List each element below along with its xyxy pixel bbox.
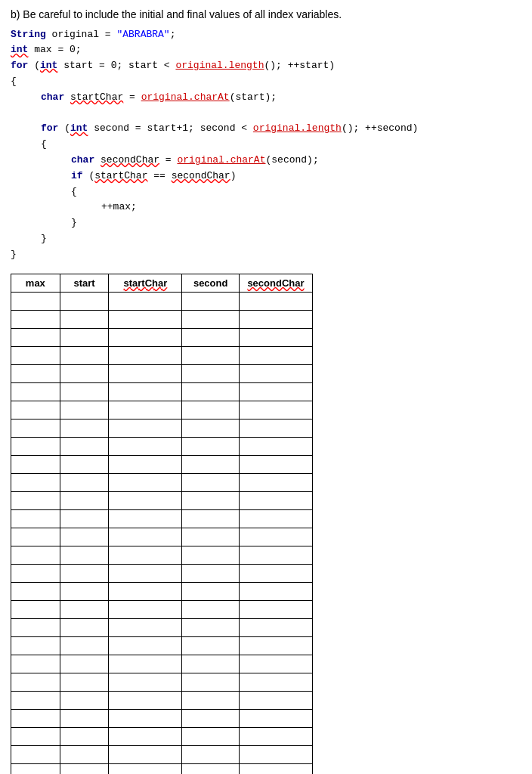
- table-cell: [11, 328, 60, 346]
- table-cell: [11, 600, 60, 618]
- table-cell: [109, 691, 182, 709]
- table-row: [11, 473, 313, 491]
- table-cell: [109, 346, 182, 364]
- code-line-11: {: [11, 184, 521, 200]
- table-row: [11, 437, 313, 455]
- table-cell: [109, 401, 182, 419]
- table-cell: [109, 582, 182, 600]
- code-line-6: [11, 106, 521, 122]
- table-cell: [11, 618, 60, 636]
- code-line-5: char startChar = original.charAt(start);: [11, 90, 521, 106]
- table-cell: [239, 310, 312, 328]
- code-line-2: int max = 0;: [11, 42, 521, 58]
- table-cell: [109, 310, 182, 328]
- table-row: [11, 727, 313, 745]
- table-row: [11, 419, 313, 437]
- table-cell: [109, 546, 182, 564]
- table-cell: [60, 364, 109, 382]
- table-cell: [11, 491, 60, 509]
- table-cell: [60, 600, 109, 618]
- table-cell: [239, 509, 312, 528]
- table-cell: [239, 763, 312, 774]
- table-cell: [182, 509, 239, 528]
- col-header-startchar: startChar: [109, 274, 182, 292]
- table-cell: [182, 618, 239, 636]
- table-cell: [239, 382, 312, 401]
- table-cell: [182, 582, 239, 600]
- table-cell: [109, 655, 182, 673]
- table-cell: [239, 419, 312, 437]
- table-cell: [182, 346, 239, 364]
- table-cell: [182, 328, 239, 346]
- table-cell: [60, 346, 109, 364]
- table-cell: [11, 564, 60, 582]
- table-cell: [109, 364, 182, 382]
- table-cell: [239, 691, 312, 709]
- table-cell: [239, 618, 312, 636]
- table-row: [11, 491, 313, 509]
- table-cell: [109, 636, 182, 655]
- table-cell: [182, 546, 239, 564]
- table-cell: [11, 473, 60, 491]
- table-cell: [109, 509, 182, 528]
- table-cell: [109, 455, 182, 473]
- table-cell: [60, 310, 109, 328]
- code-line-14: }: [11, 231, 521, 247]
- table-cell: [11, 509, 60, 528]
- table-cell: [11, 745, 60, 763]
- table-cell: [60, 328, 109, 346]
- table-cell: [182, 763, 239, 774]
- code-line-4: {: [11, 74, 521, 90]
- table-cell: [11, 382, 60, 401]
- table-cell: [239, 437, 312, 455]
- code-line-15: }: [11, 247, 521, 263]
- table-cell: [182, 691, 239, 709]
- code-line-8: {: [11, 137, 521, 153]
- table-cell: [182, 673, 239, 691]
- table-cell: [182, 745, 239, 763]
- table-cell: [11, 401, 60, 419]
- table-row: [11, 455, 313, 473]
- table-cell: [239, 582, 312, 600]
- table-cell: [60, 745, 109, 763]
- code-line-1: String original = "ABRABRA";: [11, 27, 521, 43]
- table-row: [11, 600, 313, 618]
- table-cell: [182, 727, 239, 745]
- code-line-7: for (int second = start+1; second < orig…: [11, 121, 521, 137]
- code-line-9: char secondChar = original.charAt(second…: [11, 153, 521, 169]
- table-row: [11, 292, 313, 310]
- table-cell: [239, 528, 312, 546]
- col-header-second: second: [182, 274, 239, 292]
- table-row: [11, 763, 313, 774]
- table-cell: [239, 709, 312, 727]
- table-cell: [109, 328, 182, 346]
- table-cell: [11, 419, 60, 437]
- table-cell: [109, 618, 182, 636]
- table-cell: [60, 382, 109, 401]
- table-cell: [239, 292, 312, 310]
- col-header-start: start: [60, 274, 109, 292]
- table-cell: [182, 310, 239, 328]
- table-cell: [239, 346, 312, 364]
- table-cell: [239, 655, 312, 673]
- code-line-3: for (int start = 0; start < original.len…: [11, 58, 521, 74]
- table-cell: [182, 364, 239, 382]
- code-block: String original = "ABRABRA"; int max = 0…: [11, 27, 521, 263]
- table-cell: [182, 455, 239, 473]
- table-cell: [60, 455, 109, 473]
- table-row: [11, 382, 313, 401]
- table-cell: [239, 745, 312, 763]
- table-cell: [109, 419, 182, 437]
- table-cell: [182, 564, 239, 582]
- table-cell: [239, 491, 312, 509]
- table-cell: [11, 727, 60, 745]
- table-cell: [109, 292, 182, 310]
- table-cell: [60, 419, 109, 437]
- table-cell: [109, 382, 182, 401]
- table-cell: [239, 328, 312, 346]
- table-cell: [60, 292, 109, 310]
- table-cell: [11, 582, 60, 600]
- table-row: [11, 564, 313, 582]
- table-cell: [182, 528, 239, 546]
- table-row: [11, 528, 313, 546]
